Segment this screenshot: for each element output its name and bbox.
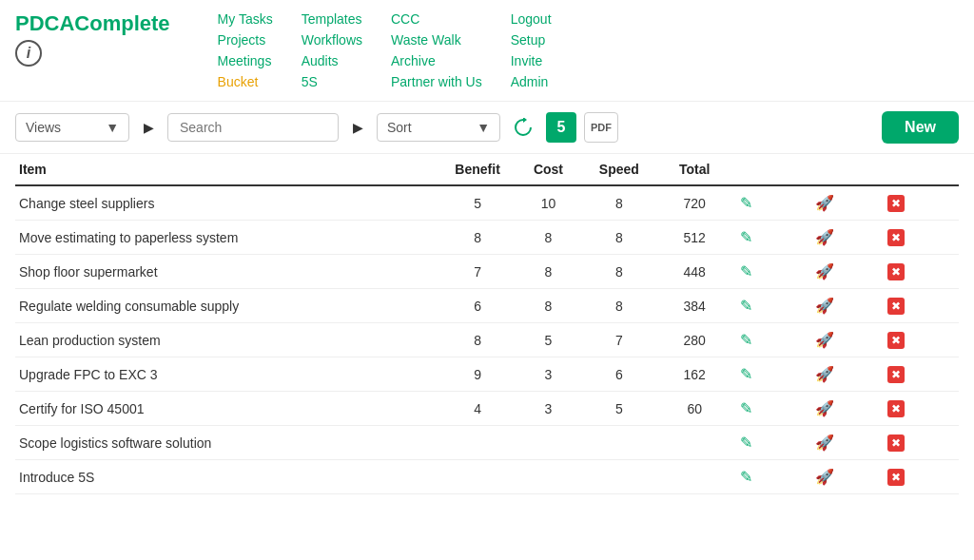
cell-total: 512 [657,221,732,255]
delete-icon[interactable]: ✖ [887,298,905,315]
delete-icon[interactable]: ✖ [887,434,905,452]
cell-launch: 🚀 [808,289,883,323]
cell-item: Move estimating to paperless system [15,221,439,255]
nav-logout[interactable]: Logout [511,11,552,27]
rocket-icon[interactable]: 🚀 [811,397,838,419]
main-nav: My Tasks Projects Meetings Bucket Templa… [218,11,552,89]
count-badge[interactable]: 5 [546,112,576,143]
nav-projects[interactable]: Projects [218,32,273,48]
rocket-icon[interactable]: 🚀 [811,261,838,282]
nav-bucket[interactable]: Bucket [218,74,273,89]
nav-my-tasks[interactable]: My Tasks [218,11,273,27]
rocket-icon[interactable]: 🚀 [811,329,838,351]
edit-icon[interactable]: ✎ [736,226,756,248]
edit-icon[interactable]: ✎ [736,261,756,282]
views-label: Views [26,120,98,135]
delete-icon[interactable]: ✖ [887,366,905,383]
views-arrow-button[interactable]: ▶ [137,116,160,139]
cell-item: Scope logistics software solution [15,426,439,460]
nav-partner[interactable]: Partner with Us [391,74,482,89]
cell-edit: ✎ [732,221,808,255]
nav-setup[interactable]: Setup [511,32,552,48]
nav-audits[interactable]: Audits [302,53,362,68]
col-header-total: Total [657,154,732,185]
sort-dropdown[interactable]: Sort ▼ [377,113,500,142]
nav-col-2: Templates Workflows Audits 5S [302,11,362,89]
nav-col-4: Logout Setup Invite Admin [511,11,552,89]
cell-benefit: 8 [439,323,515,357]
cell-edit: ✎ [732,255,808,289]
views-dropdown[interactable]: Views ▼ [15,113,129,142]
delete-icon[interactable]: ✖ [887,400,905,417]
table-row: Introduce 5S✎🚀✖ [15,460,959,494]
cell-delete: ✖ [884,221,959,255]
edit-icon[interactable]: ✎ [736,295,756,317]
delete-icon[interactable]: ✖ [887,332,905,349]
rocket-icon[interactable]: 🚀 [811,466,838,488]
cell-delete: ✖ [884,426,959,460]
cell-edit: ✎ [732,460,808,494]
cell-item: Upgrade FPC to EXC 3 [15,357,439,392]
search-arrow-button[interactable]: ▶ [346,116,369,139]
rocket-icon[interactable]: 🚀 [811,295,838,317]
nav-workflows[interactable]: Workflows [302,32,362,48]
nav-ccc[interactable]: CCC [391,11,482,27]
header: PDCAComplete i My Tasks Projects Meeting… [0,0,974,102]
nav-col-3: CCC Waste Walk Archive Partner with Us [391,11,482,89]
pdf-button[interactable]: PDF [584,112,618,143]
edit-icon[interactable]: ✎ [736,397,756,419]
cell-total: 384 [657,289,732,323]
cell-total: 60 [657,392,732,426]
nav-waste-walk[interactable]: Waste Walk [391,32,482,48]
edit-icon[interactable]: ✎ [736,466,756,488]
delete-icon[interactable]: ✖ [887,195,905,212]
cell-item: Shop floor supermarket [15,255,439,289]
nav-archive[interactable]: Archive [391,53,482,68]
cell-cost [516,460,581,494]
edit-icon[interactable]: ✎ [736,329,756,351]
toolbar: Views ▼ ▶ ▶ Sort ▼ 5 PDF New [0,102,974,154]
cell-benefit [439,460,515,494]
chevron-down-icon: ▼ [106,120,119,135]
cell-speed [581,460,656,494]
rocket-icon[interactable]: 🚀 [811,432,838,454]
cell-benefit: 6 [439,289,515,323]
nav-meetings[interactable]: Meetings [218,53,273,68]
table-row: Certify for ISO 4500143560✎🚀✖ [15,392,959,426]
edit-icon[interactable]: ✎ [736,192,756,214]
nav-invite[interactable]: Invite [511,53,552,68]
info-icon[interactable]: i [15,40,42,67]
logo-text1: PDCA [15,11,74,35]
cell-total: 280 [657,323,732,357]
cell-delete: ✖ [884,255,959,289]
cell-delete: ✖ [884,392,959,426]
cell-total: 448 [657,255,732,289]
edit-icon[interactable]: ✎ [736,363,756,385]
refresh-icon[interactable] [508,112,538,143]
rocket-icon[interactable]: 🚀 [811,192,838,214]
cell-cost [516,426,581,460]
cell-speed: 8 [581,289,656,323]
cell-cost: 5 [516,323,581,357]
nav-admin[interactable]: Admin [511,74,552,89]
nav-templates[interactable]: Templates [302,11,362,27]
sort-label: Sort [387,120,469,135]
cell-launch: 🚀 [808,185,883,221]
delete-icon[interactable]: ✖ [887,469,905,486]
rocket-icon[interactable]: 🚀 [811,363,838,385]
delete-icon[interactable]: ✖ [887,263,905,280]
nav-5s[interactable]: 5S [302,74,362,89]
cell-launch: 🚀 [808,323,883,357]
table-row: Shop floor supermarket788448✎🚀✖ [15,255,959,289]
new-button[interactable]: New [882,111,959,144]
edit-icon[interactable]: ✎ [736,432,756,454]
cell-item: Lean production system [15,323,439,357]
delete-icon[interactable]: ✖ [887,229,905,246]
cell-speed: 8 [581,185,656,221]
cell-launch: 🚀 [808,426,883,460]
cell-item: Certify for ISO 45001 [15,392,439,426]
rocket-icon[interactable]: 🚀 [811,226,838,248]
cell-benefit: 9 [439,357,515,392]
cell-cost: 8 [516,255,581,289]
search-input[interactable] [167,113,339,142]
